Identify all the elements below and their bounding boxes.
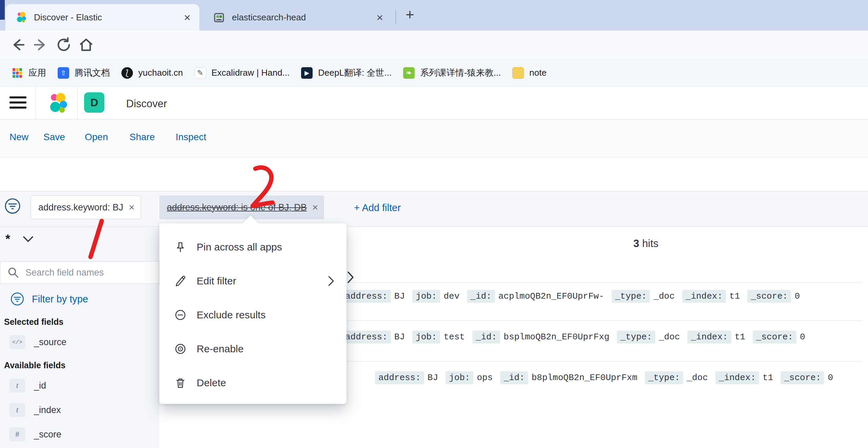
bookmark-label: DeepL翻译: 全世... (318, 67, 392, 79)
field-badge: _index: (687, 331, 731, 343)
field-badge: _score: (753, 331, 796, 343)
selected-fields-heading: Selected fields (4, 317, 63, 327)
field-badge: _index: (682, 290, 726, 303)
bookmark-label: yuchaoit.cn (138, 68, 183, 78)
filter-type-icon (10, 292, 24, 306)
query-bar[interactable]: Search (0, 157, 868, 191)
field-value: _doc (653, 291, 674, 301)
field-item-score[interactable]: # _score (9, 428, 61, 441)
field-badge: _score: (747, 290, 791, 303)
new-tab-button[interactable]: + (406, 6, 414, 23)
field-item-index[interactable]: t _index (9, 403, 61, 417)
field-badge: address: (375, 371, 424, 384)
bookmark-yuchaoit[interactable]: ⟅ yuchaoit.cn (121, 67, 183, 79)
field-name: _index (34, 405, 61, 415)
filter-pill-enabled[interactable]: address.keyword: BJ × (31, 195, 141, 219)
tab-separator (395, 10, 396, 24)
bookmark-excalidraw[interactable]: ✎ Excalidraw | Hand... (195, 67, 290, 79)
menu-share[interactable]: Share (130, 132, 155, 143)
home-icon[interactable] (78, 37, 94, 53)
filter-by-type-button[interactable]: Filter by type (10, 292, 88, 306)
field-badge: job: (412, 331, 440, 343)
field-value: test (443, 332, 465, 342)
remove-filter-icon[interactable]: × (312, 202, 318, 213)
menu-item-re-enable[interactable]: Re-enable (159, 332, 347, 366)
menu-inspect[interactable]: Inspect (176, 132, 206, 143)
field-name: _id (34, 380, 46, 391)
back-icon[interactable] (9, 37, 26, 53)
doc-row[interactable]: address:BJjob:test_id:bsplmoQB2n_EF0UprF… (342, 332, 813, 342)
excalidraw-icon: ✎ (195, 67, 206, 79)
field-search-input[interactable]: Search field names (0, 261, 159, 284)
tab-elasticsearch-head[interactable]: elasticsearch-head × (203, 4, 392, 31)
row-divider (341, 361, 863, 361)
add-filter-button[interactable]: + Add filter (354, 202, 401, 213)
doc-row[interactable]: address:BJjob:ops_id:b8plmoQB2n_EF0UprFx… (375, 373, 841, 383)
field-name: _score (34, 429, 61, 440)
filter-by-type-label: Filter by type (32, 294, 88, 305)
filter-pill-label: address.keyword: is one of BJ, DB (167, 202, 307, 213)
apps-grid-icon (12, 67, 23, 79)
field-badge: job: (446, 371, 473, 384)
field-item-id[interactable]: t _id (9, 379, 46, 392)
field-value: BJ (394, 332, 405, 342)
bookmark-apps[interactable]: 应用 (12, 67, 46, 79)
menu-item-pin[interactable]: Pin across all apps (159, 230, 347, 264)
bookmark-note[interactable]: note (512, 67, 547, 79)
elasticsearch-head-favicon (213, 11, 225, 23)
tab-title: elasticsearch-head (232, 12, 376, 23)
tab-close-icon[interactable]: × (376, 12, 383, 23)
field-value: b8plmoQB2n_EF0UprFxm (532, 373, 637, 383)
reload-icon[interactable] (56, 37, 72, 53)
remove-filter-icon[interactable]: × (129, 202, 135, 213)
expand-row-icon[interactable] (347, 271, 355, 284)
bookmark-label: Excalidraw | Hand... (212, 68, 290, 78)
forward-icon[interactable] (33, 37, 49, 53)
field-badge: address: (342, 290, 391, 303)
menu-item-delete[interactable]: Delete (159, 366, 347, 400)
bookmark-series-course[interactable]: ❧ 系列课详情-猿来教... (403, 67, 501, 79)
menu-new[interactable]: New (9, 132, 28, 143)
tab-close-icon[interactable]: × (184, 12, 191, 23)
elastic-favicon (15, 11, 27, 23)
field-value: 0 (800, 332, 805, 342)
elastic-logo[interactable] (46, 92, 69, 115)
yuchaoit-icon: ⟅ (121, 67, 133, 79)
browser-tab-bar: Discover - Elastic × elasticsearch-head … (0, 0, 868, 31)
pencil-icon (174, 275, 186, 287)
number-type-icon: # (9, 428, 25, 441)
menu-hamburger-icon[interactable] (9, 96, 26, 110)
doc-row[interactable]: address:BJjob:dev_id:acplmoQB2n_EF0UprFw… (342, 291, 807, 301)
discover-app-icon: D (84, 92, 104, 113)
filter-pill-disabled[interactable]: address.keyword: is one of BJ, DB × (159, 195, 324, 219)
menu-item-label: Exclude results (197, 309, 265, 321)
field-item-source[interactable]: </> _source (9, 335, 66, 349)
discover-top-menu: New Save Open Share Inspect (0, 119, 868, 157)
field-value: _doc (659, 332, 680, 342)
bookmark-label: 应用 (28, 67, 46, 79)
menu-open[interactable]: Open (85, 132, 108, 143)
menu-item-edit-filter[interactable]: Edit filter (159, 264, 347, 298)
field-value: 0 (828, 373, 833, 383)
header-divider (77, 87, 78, 119)
menu-item-label: Edit filter (197, 275, 236, 287)
window-edge (0, 0, 5, 20)
field-value: t1 (735, 332, 745, 342)
filter-funnel-icon[interactable] (4, 198, 21, 214)
hits-count: 3 hits (633, 238, 658, 250)
table-divider (334, 282, 863, 283)
tencent-docs-icon: ⇧ (58, 67, 69, 79)
bookmark-tencent-docs[interactable]: ⇧ 腾讯文档 (58, 67, 110, 79)
field-badge: _score: (781, 371, 824, 384)
pin-icon (174, 241, 186, 253)
bookmark-deepl[interactable]: ▶ DeepL翻译: 全世... (301, 67, 392, 79)
field-value: BJ (394, 291, 405, 301)
string-type-icon: t (9, 403, 25, 417)
menu-item-exclude-results[interactable]: Exclude results (159, 298, 347, 332)
index-pattern-selector[interactable]: * (5, 232, 34, 246)
tab-discover[interactable]: Discover - Elastic × (5, 4, 199, 31)
menu-save[interactable]: Save (43, 132, 65, 143)
note-icon (512, 67, 524, 79)
field-value: bsplmoQB2n_EF0UprFxg (504, 332, 609, 342)
field-badge: _id: (500, 371, 528, 384)
